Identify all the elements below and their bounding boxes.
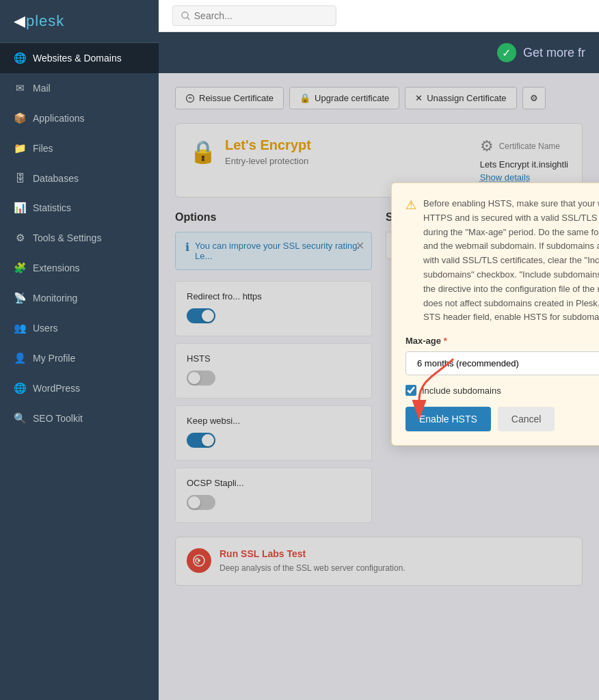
mail-icon: ✉ xyxy=(14,82,26,94)
sidebar-item-label: Statistics xyxy=(33,202,71,213)
banner-badge-icon: ✓ xyxy=(497,43,516,62)
tools-icon: ⚙ xyxy=(14,232,26,244)
sidebar-item-wordpress[interactable]: 🌐 WordPress xyxy=(0,373,159,403)
sidebar-item-label: WordPress xyxy=(33,383,80,394)
sidebar-logo: ◀plesk xyxy=(0,0,159,43)
modal-warning-text: Before enabling HSTS, make sure that you… xyxy=(423,197,599,325)
sidebar-item-databases[interactable]: 🗄 Databases xyxy=(0,163,159,193)
sidebar: ◀plesk 🌐 Websites & Domains ✉ Mail 📦 App… xyxy=(0,0,159,700)
maxage-label: Max-age * xyxy=(405,336,599,346)
statistics-icon: 📊 xyxy=(14,202,26,214)
sidebar-item-label: Applications xyxy=(33,113,85,124)
required-marker: * xyxy=(444,336,447,346)
seo-icon: 🔍 xyxy=(14,412,26,425)
search-input[interactable] xyxy=(194,10,328,21)
modal-overlay[interactable]: ✕ ⚠ Before enabling HSTS, make sure that… xyxy=(159,73,599,700)
wordpress-icon: 🌐 xyxy=(14,382,26,394)
sidebar-nav: 🌐 Websites & Domains ✉ Mail 📦 Applicatio… xyxy=(0,43,159,700)
topbar xyxy=(159,0,599,32)
sidebar-item-label: Files xyxy=(33,143,53,154)
myprofile-icon: 👤 xyxy=(14,352,26,364)
users-icon: 👥 xyxy=(14,322,26,334)
sidebar-item-mail[interactable]: ✉ Mail xyxy=(0,73,159,103)
monitoring-icon: 📡 xyxy=(14,292,26,304)
sidebar-item-applications[interactable]: 📦 Applications xyxy=(0,103,159,133)
globe-icon: 🌐 xyxy=(14,52,26,64)
include-subdomains-checkbox[interactable] xyxy=(405,385,416,396)
sidebar-item-files[interactable]: 📁 Files xyxy=(0,133,159,163)
sidebar-item-label: My Profile xyxy=(33,353,75,364)
files-icon: 📁 xyxy=(14,142,26,154)
sidebar-item-monitoring[interactable]: 📡 Monitoring xyxy=(0,283,159,313)
maxage-select[interactable]: 6 months (recommended) xyxy=(405,351,599,375)
maxage-label-text: Max-age xyxy=(405,336,441,346)
applications-icon: 📦 xyxy=(14,112,26,124)
sidebar-item-label: Monitoring xyxy=(33,293,77,304)
sidebar-item-seotoolkit[interactable]: 🔍 SEO Toolkit xyxy=(0,403,159,433)
extensions-icon: 🧩 xyxy=(14,262,26,274)
main-content: ✓ Get more fr Reissue Certificate 🔒 Upgr… xyxy=(159,0,599,700)
modal-warning: ⚠ Before enabling HSTS, make sure that y… xyxy=(405,197,599,325)
banner-content: ✓ Get more fr xyxy=(497,43,585,62)
sidebar-item-label: Extensions xyxy=(33,262,79,273)
sidebar-item-websites[interactable]: 🌐 Websites & Domains xyxy=(0,43,159,73)
svg-line-1 xyxy=(187,18,189,20)
enable-hsts-button[interactable]: Enable HSTS xyxy=(405,407,491,431)
sidebar-item-label: SEO Toolkit xyxy=(33,413,83,424)
sidebar-item-extensions[interactable]: 🧩 Extensions xyxy=(0,253,159,283)
sidebar-item-label: Websites & Domains xyxy=(33,53,122,64)
sidebar-item-myprofile[interactable]: 👤 My Profile xyxy=(0,343,159,373)
warning-triangle-icon: ⚠ xyxy=(405,198,416,213)
search-box[interactable] xyxy=(172,5,336,26)
search-icon xyxy=(181,11,190,21)
sidebar-item-label: Databases xyxy=(33,173,79,184)
modal-actions: Enable HSTS Cancel xyxy=(405,407,599,431)
sidebar-item-label: Mail xyxy=(33,83,51,94)
cancel-button[interactable]: Cancel xyxy=(498,407,555,431)
sidebar-item-statistics[interactable]: 📊 Statistics xyxy=(0,193,159,223)
databases-icon: 🗄 xyxy=(14,172,26,184)
banner-text: Get more fr xyxy=(523,46,585,60)
sidebar-item-tools[interactable]: ⚙ Tools & Settings xyxy=(0,223,159,253)
promo-banner: ✓ Get more fr xyxy=(159,32,599,73)
content-area: Reissue Certificate 🔒 Upgrade certificat… xyxy=(159,73,599,700)
sidebar-item-label: Tools & Settings xyxy=(33,232,101,243)
hsts-modal: ✕ ⚠ Before enabling HSTS, make sure that… xyxy=(391,183,599,446)
sidebar-item-label: Users xyxy=(33,323,58,334)
include-subdomains-row: Include subdomains xyxy=(405,385,599,396)
include-subdomains-label: Include subdomains xyxy=(422,386,501,396)
sidebar-item-users[interactable]: 👥 Users xyxy=(0,313,159,343)
